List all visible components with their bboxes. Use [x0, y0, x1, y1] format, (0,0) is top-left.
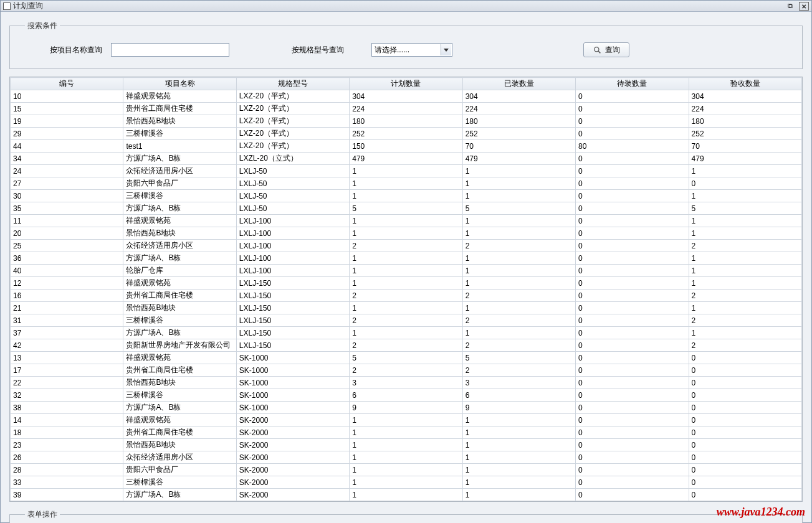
table-cell: LXLJ-50: [236, 177, 349, 190]
table-row[interactable]: 25众拓经济适用房小区LXLJ-1002202: [11, 240, 802, 252]
table-cell: 30: [11, 190, 123, 202]
table-cell: 3: [350, 377, 462, 389]
table-cell: LXLJ-150: [236, 327, 349, 339]
table-cell: 0: [576, 489, 689, 501]
table-cell: LXZ-20（平式）: [236, 128, 349, 140]
table-header-cell[interactable]: 待装数量: [576, 78, 689, 90]
table-cell: 三桥橝溪谷: [123, 389, 236, 402]
table-row[interactable]: 29三桥橝溪谷LXZ-20（平式）2522520252: [11, 128, 802, 140]
table-cell: 1: [462, 476, 575, 489]
table-cell: SK-1000: [236, 389, 349, 402]
table-cell: 祥盛观景铭苑: [123, 277, 236, 290]
table-cell: 0: [689, 489, 801, 501]
table-cell: 36: [11, 252, 123, 265]
table-row[interactable]: 14祥盛观景铭苑SK-20001100: [11, 414, 802, 426]
table-row[interactable]: 21景怡西苑B地块LXLJ-1501101: [11, 302, 802, 314]
table-cell: 0: [576, 314, 689, 327]
table-row[interactable]: 10祥盛观景铭苑LXZ-20（平式）3043040304: [11, 90, 802, 103]
table-cell: 9: [462, 402, 575, 414]
table-cell: 祥盛观景铭苑: [123, 90, 236, 103]
table-row[interactable]: 34方源广场A、B栋LXZL-20（立式）4794790479: [11, 153, 802, 165]
table-cell: 0: [576, 115, 689, 128]
table-row[interactable]: 44test1LXZ-20（平式）150708070: [11, 140, 802, 153]
table-cell: 众拓经济适用房小区: [123, 240, 236, 252]
table-row[interactable]: 36方源广场A、B栋LXLJ-1001101: [11, 252, 802, 265]
close-button[interactable]: ⨉: [799, 2, 809, 11]
table-cell: 0: [576, 339, 689, 352]
table-cell: 0: [576, 103, 689, 115]
table-cell: 景怡西苑B地块: [123, 227, 236, 240]
table-cell: 三桥橝溪谷: [123, 476, 236, 489]
table-header-cell[interactable]: 编号: [11, 78, 123, 90]
search-row: 按项目名称查询 按规格型号查询 请选择...... 查询: [25, 42, 787, 57]
table-row[interactable]: 17贵州省工商局住宅楼SK-10002200: [11, 364, 802, 377]
table-row[interactable]: 27贵阳六甲食品厂LXLJ-501100: [11, 177, 802, 190]
search-panel: 搜索条件 按项目名称查询 按规格型号查询 请选择......: [9, 21, 803, 69]
table-header-cell[interactable]: 计划数量: [350, 78, 462, 90]
table-cell: 5: [462, 202, 575, 215]
table-cell: 1: [350, 227, 462, 240]
table-row[interactable]: 35方源广场A、B栋LXLJ-505505: [11, 202, 802, 215]
table-row[interactable]: 40轮胎厂仓库LXLJ-1001101: [11, 265, 802, 277]
table-row[interactable]: 15贵州省工商局住宅楼LXZ-20（平式）2242240224: [11, 103, 802, 115]
table-row[interactable]: 16贵州省工商局住宅楼LXLJ-1502202: [11, 290, 802, 302]
table-row[interactable]: 39方源广场A、B栋SK-20001100: [11, 489, 802, 501]
table-cell: LXLJ-50: [236, 202, 349, 215]
table-row[interactable]: 32三桥橝溪谷SK-10006600: [11, 389, 802, 402]
table-cell: 2: [350, 364, 462, 377]
table-cell: 1: [462, 277, 575, 290]
table-row[interactable]: 31三桥橝溪谷LXLJ-1502202: [11, 314, 802, 327]
table-cell: 37: [11, 327, 123, 339]
table-cell: 0: [576, 265, 689, 277]
table-cell: 0: [576, 128, 689, 140]
table-scroll[interactable]: 编号项目名称规格型号计划数量已装数量待装数量验收数量 10祥盛观景铭苑LXZ-2…: [10, 77, 802, 501]
query-button[interactable]: 查询: [583, 42, 629, 57]
table-cell: SK-2000: [236, 489, 349, 501]
table-row[interactable]: 30三桥橝溪谷LXLJ-501101: [11, 190, 802, 202]
table-row[interactable]: 42贵阳新世界房地产开发有限公司LXLJ-1502202: [11, 339, 802, 352]
table-cell: 1: [350, 277, 462, 290]
table-cell: 1: [689, 277, 801, 290]
table-cell: 1: [350, 215, 462, 227]
table-row[interactable]: 24众拓经济适用房小区LXLJ-501101: [11, 165, 802, 177]
table-cell: 0: [689, 364, 801, 377]
table-row[interactable]: 23景怡西苑B地块SK-20001100: [11, 439, 802, 451]
table-body: 10祥盛观景铭苑LXZ-20（平式）304304030415贵州省工商局住宅楼L…: [11, 90, 802, 501]
table-row[interactable]: 28贵阳六甲食品厂SK-20001100: [11, 464, 802, 476]
restore-button[interactable]: ⧉: [785, 2, 795, 11]
table-cell: 1: [350, 302, 462, 314]
table-row[interactable]: 18贵州省工商局住宅楼SK-20001100: [11, 426, 802, 439]
search-name-input[interactable]: [111, 43, 229, 57]
table-cell: LXLJ-100: [236, 252, 349, 265]
table-row[interactable]: 38方源广场A、B栋SK-10009900: [11, 402, 802, 414]
table-cell: 贵阳六甲食品厂: [123, 177, 236, 190]
table-cell: 1: [350, 489, 462, 501]
table-header-cell[interactable]: 已装数量: [462, 78, 575, 90]
table-header-cell[interactable]: 验收数量: [689, 78, 801, 90]
table-row[interactable]: 19景怡西苑B地块LXZ-20（平式）1801800180: [11, 115, 802, 128]
table-row[interactable]: 13祥盛观景铭苑SK-10005500: [11, 352, 802, 364]
table-cell: 304: [350, 90, 462, 103]
table-row[interactable]: 12祥盛观景铭苑LXLJ-1501101: [11, 277, 802, 290]
table-cell: 0: [576, 451, 689, 464]
table-header-cell[interactable]: 项目名称: [123, 78, 236, 90]
table-header-cell[interactable]: 规格型号: [236, 78, 349, 90]
table-cell: 1: [462, 227, 575, 240]
table-row[interactable]: 20景怡西苑B地块LXLJ-1001101: [11, 227, 802, 240]
search-spec-combo[interactable]: 请选择......: [371, 43, 452, 57]
table-row[interactable]: 33三桥橝溪谷SK-20001100: [11, 476, 802, 489]
table-cell: 贵阳六甲食品厂: [123, 464, 236, 476]
table-row[interactable]: 37方源广场A、B栋LXLJ-1501101: [11, 327, 802, 339]
table-cell: 15: [11, 103, 123, 115]
table-cell: LXLJ-150: [236, 290, 349, 302]
table-cell: 1: [350, 177, 462, 190]
table-cell: 0: [576, 165, 689, 177]
table-cell: 三桥橝溪谷: [123, 128, 236, 140]
table-row[interactable]: 22景怡西苑B地块SK-10003300: [11, 377, 802, 389]
table-row[interactable]: 11祥盛观景铭苑LXLJ-1001101: [11, 215, 802, 227]
table-row[interactable]: 26众拓经济适用房小区SK-20001100: [11, 451, 802, 464]
table-cell: 224: [689, 103, 801, 115]
table-cell: 景怡西苑B地块: [123, 439, 236, 451]
window-controls: ⧉ ⨉: [785, 2, 809, 11]
table-cell: 1: [350, 327, 462, 339]
